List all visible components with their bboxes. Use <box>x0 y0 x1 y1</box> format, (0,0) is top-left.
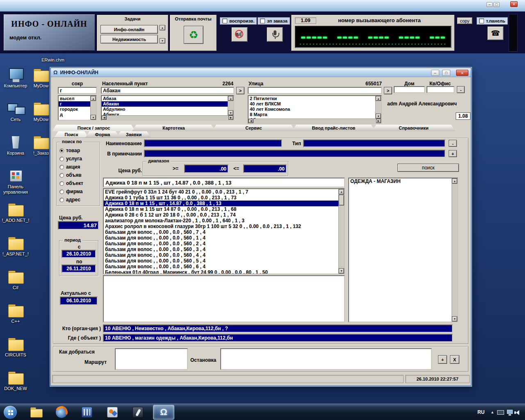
scroll-up-icon[interactable]: ▲ <box>91 96 96 101</box>
search-by-option[interactable]: адрес <box>57 196 100 204</box>
scroll-down-icon[interactable]: ▼ <box>376 114 381 119</box>
tasks-scroll-up-icon[interactable]: ▲ <box>160 25 165 30</box>
product-row[interactable]: бальзам для волос , , 0.00 , 0.0 , 560 ,… <box>104 235 338 241</box>
scroll-up-icon[interactable]: ▲ <box>452 178 457 184</box>
house-input[interactable] <box>394 86 425 93</box>
city-list-item[interactable]: Абдулино <box>102 107 228 112</box>
sub-tab[interactable]: Поиск <box>54 131 89 137</box>
street-go-button[interactable]: > <box>384 87 392 94</box>
banner-close-button[interactable]: × <box>510 1 518 7</box>
period-to-value[interactable]: 26.11.2010 <box>62 265 96 273</box>
playback-checkbox[interactable] <box>222 18 227 23</box>
taskbar-button-explorer[interactable] <box>25 405 47 420</box>
directions-add-button[interactable]: + <box>438 355 447 364</box>
product-list-scrollbar[interactable]: ▲ ▼ <box>338 189 344 274</box>
city-input[interactable] <box>101 87 234 94</box>
abbr-list-scrollbar[interactable]: ▲ ▼ <box>90 96 96 120</box>
network-tray-icon[interactable] <box>507 410 513 414</box>
street-list-hscrollbar[interactable]: ◀ ▶ <box>249 119 381 123</box>
taskbar-button-media[interactable] <box>102 405 123 420</box>
order-checkbox[interactable] <box>260 18 265 23</box>
main-tab[interactable]: Справочники <box>372 125 455 131</box>
price-max-input[interactable] <box>243 164 287 173</box>
desktop-icon[interactable]: DOK_NEW <box>0 370 31 404</box>
product-row[interactable]: Аджика 0 18 п м 1 15 шт 14 87 0 , , 0.00… <box>104 206 338 212</box>
criteria-plus-button[interactable]: + <box>449 150 457 157</box>
product-row[interactable]: анализатор для молока-Лактан-220 , 1 , 0… <box>104 218 338 224</box>
street-list-item[interactable]: 8 Марта <box>249 112 376 117</box>
address-minus-button[interactable]: - <box>457 86 465 93</box>
phone-panel-button[interactable]: ☎ <box>487 26 504 40</box>
scroll-down-icon[interactable]: ▼ <box>228 110 233 115</box>
category-row[interactable]: ОДЕЖДА - МАГАЗИН <box>349 178 452 184</box>
street-input[interactable] <box>248 87 382 94</box>
category-list-scrollbar[interactable]: ▲ ▼ <box>452 178 457 322</box>
record-order-button[interactable] <box>267 27 283 42</box>
abbr-list-item[interactable]: высел <box>59 96 91 101</box>
city-list-scrollbar[interactable]: ▲ ▼ <box>228 96 233 115</box>
desktop-icon[interactable]: CIRCUITS <box>0 336 31 370</box>
product-row[interactable]: Арахис ролрол в кокосовой глазури 30гр 1… <box>104 224 338 229</box>
product-row[interactable]: Аджика 0 28 с б 1 12 шт 20 18 0 , , 0.00… <box>104 212 338 218</box>
search-button[interactable]: поиск <box>397 164 459 172</box>
taskbar-button-info-online[interactable]: Ω <box>153 405 174 420</box>
window-close-button[interactable]: × <box>456 70 468 76</box>
tray-expand-icon[interactable]: ▲ <box>491 410 494 414</box>
product-row[interactable]: бальзам для волос , , 0.00 , 0.0 , 560 ,… <box>104 247 338 252</box>
route-input[interactable] <box>115 348 188 370</box>
banner-minimize-button[interactable]: – <box>486 2 493 7</box>
send-mail-button[interactable]: ♻ <box>184 26 203 44</box>
office-input[interactable] <box>427 86 454 93</box>
main-tab[interactable]: Ввод прайс-листов <box>292 125 375 131</box>
directions-close-button[interactable]: X <box>450 355 459 364</box>
desktop-icon[interactable]: Панель управления <box>0 168 31 202</box>
keyboard-tray-icon[interactable] <box>497 410 504 415</box>
desktop-icon[interactable]: !_ASP.NET_! <box>0 235 31 269</box>
scroll-down-icon[interactable]: ▼ <box>339 268 344 274</box>
abbr-list-item[interactable]: г <box>59 101 91 107</box>
taskbar-button-app-blue[interactable] <box>76 405 98 420</box>
desktop-file-label[interactable]: ERwin.chm <box>34 57 71 63</box>
price-min-input[interactable] <box>184 164 228 173</box>
task-button-info-online[interactable]: Инфо-онлайн <box>100 25 158 34</box>
product-row[interactable]: бальзам для волос , , 0.00 , 0.0 , 560 ,… <box>104 241 338 247</box>
search-by-option[interactable]: объект <box>57 179 100 187</box>
city-list-hscrollbar[interactable]: ◀ ▶ <box>102 115 233 120</box>
start-button[interactable] <box>3 405 17 419</box>
street-list-scrollbar[interactable]: ▲ ▼ <box>375 96 381 119</box>
scroll-up-icon[interactable]: ▲ <box>339 189 344 194</box>
city-list-item[interactable]: Абакан <box>102 101 228 107</box>
street-list-item[interactable]: 2 Пятилетки <box>249 96 376 101</box>
actual-value[interactable]: 06.10.2010 <box>60 297 98 305</box>
abbr-list-item[interactable]: городок <box>59 107 91 112</box>
window-maximize-button[interactable]: □ <box>442 70 450 76</box>
sub-tab[interactable]: Форма <box>85 131 120 137</box>
street-list-item[interactable]: 40 лет Комсомола <box>249 107 376 112</box>
sub-tab[interactable]: Заявки <box>116 131 151 137</box>
product-row[interactable]: Аджика 0 1 туба 1 15 шт 11 36 0 , , 0.00… <box>104 195 338 201</box>
tpanel-checkbox[interactable] <box>479 18 484 23</box>
main-tab[interactable]: Сервис <box>212 125 295 131</box>
window-titlebar[interactable]: Ω ИНФО-ОНЛАЙН <box>51 68 471 77</box>
product-row[interactable]: бальзам для волос , , 0.00 , 0.0 , 560 ,… <box>104 252 338 258</box>
main-tab[interactable]: Картотека <box>132 125 215 131</box>
product-row[interactable]: бальзам для волос , , 0.00 , 0.0 , 560 ,… <box>104 229 338 235</box>
period-from-value[interactable]: 26.10.2010 <box>62 250 96 258</box>
scroll-right-icon[interactable]: ▶ <box>376 119 381 123</box>
task-button-realty[interactable]: Недвижимость <box>100 35 158 43</box>
scroll-thumb[interactable] <box>339 195 344 205</box>
street-list-item[interactable]: 40 лет ВЛКСМ <box>249 101 376 107</box>
note-input[interactable] <box>144 150 445 158</box>
scroll-down-icon[interactable]: ▼ <box>452 316 457 322</box>
main-tab[interactable]: Поиск / запрос <box>52 125 135 131</box>
language-indicator[interactable]: RU <box>477 409 484 415</box>
type-input[interactable] <box>303 139 445 147</box>
scroll-up-icon[interactable]: ▲ <box>376 96 381 101</box>
search-by-option[interactable]: фирма <box>57 187 100 196</box>
scroll-down-icon[interactable]: ▼ <box>91 115 96 120</box>
name-input[interactable] <box>144 139 282 147</box>
desktop-icon[interactable]: C++ <box>0 303 31 336</box>
scroll-right-icon[interactable]: ▶ <box>228 116 233 120</box>
product-row[interactable]: бальзам для волос , , 0.00 , 0.0 , 560 ,… <box>104 258 338 264</box>
desktop-icon[interactable]: C# <box>0 269 31 303</box>
